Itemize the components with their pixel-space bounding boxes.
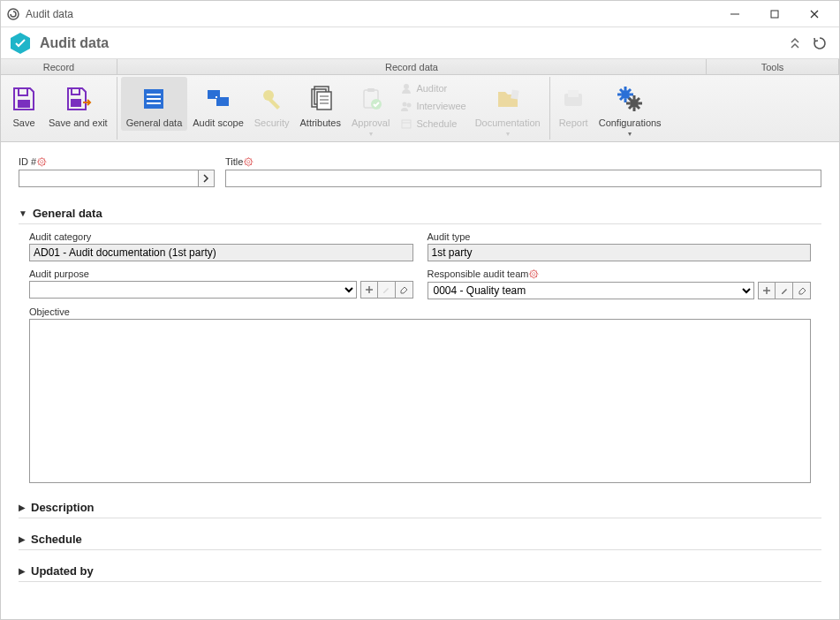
svg-rect-8: [72, 88, 79, 95]
attributes-label: Attributes: [300, 117, 341, 129]
svg-rect-9: [71, 99, 81, 107]
section-general-data: ▼ General data Audit category Audit type: [19, 203, 821, 487]
audit-purpose-select[interactable]: [29, 281, 357, 299]
section-title: Description: [31, 501, 95, 514]
ribbon: Save Save and exit General data Audit sc…: [1, 75, 839, 142]
svg-point-28: [403, 102, 407, 107]
minimize-button[interactable]: [715, 2, 754, 26]
approval-button: Approval ▾: [346, 77, 395, 140]
security-label: Security: [254, 117, 290, 129]
save-and-exit-button[interactable]: Save and exit: [43, 77, 113, 131]
objective-field: Objective: [29, 306, 811, 483]
title-field: Title۞: [225, 156, 821, 187]
svg-rect-25: [367, 88, 375, 92]
collapse-icon: ▶: [19, 534, 26, 544]
schedule-icon: [398, 117, 414, 130]
auditor-label: Auditor: [416, 83, 447, 94]
id-field: ID #۞: [19, 156, 215, 187]
configurations-button[interactable]: Configurations ▾: [594, 77, 667, 140]
documentation-button: Documentation ▾: [470, 77, 546, 140]
interviewee-label: Interviewee: [416, 101, 465, 111]
titlebar: Audit data: [1, 1, 839, 27]
collapse-icon: ▶: [19, 566, 26, 576]
id-input[interactable]: [19, 170, 199, 187]
save-label: Save: [12, 117, 34, 129]
svg-point-27: [404, 84, 409, 89]
general-data-icon: [140, 80, 168, 117]
ribbon-group-tools: Report Configurations ▾: [550, 77, 670, 140]
audit-purpose-label: Audit purpose: [29, 268, 413, 279]
audit-scope-button[interactable]: Audit scope: [187, 77, 248, 131]
audit-type-field: Audit type: [428, 231, 812, 261]
chevron-down-icon: ▾: [628, 130, 632, 138]
collapse-ribbon-button[interactable]: [783, 31, 807, 56]
configurations-label: Configurations: [599, 117, 662, 129]
add-purpose-button[interactable]: [360, 281, 378, 299]
audit-category-label: Audit category: [29, 231, 413, 242]
report-label: Report: [559, 117, 588, 129]
svg-rect-2: [771, 11, 778, 18]
section-description: ▶ Description: [19, 497, 821, 518]
audit-data-window: Audit data Audit data Record Record data…: [0, 0, 840, 620]
ribbon-tab-record: Record: [1, 59, 117, 74]
required-icon: ۞: [244, 156, 254, 167]
required-icon: ۞: [37, 156, 47, 167]
audit-type-label: Audit type: [428, 231, 812, 242]
clear-purpose-button[interactable]: [396, 281, 413, 299]
add-team-button[interactable]: [758, 282, 776, 299]
save-icon: [10, 80, 38, 117]
section-header-description[interactable]: ▶ Description: [19, 497, 821, 518]
plus-icon: [365, 285, 374, 294]
expand-icon: ▼: [19, 208, 27, 218]
general-data-button[interactable]: General data: [121, 77, 188, 131]
schedule-ribbon-label: Schedule: [416, 118, 457, 129]
title-input[interactable]: [225, 170, 821, 187]
responsible-team-select[interactable]: 0004 - Quality team: [428, 282, 755, 299]
edit-purpose-button[interactable]: [378, 281, 396, 299]
app-icon: [6, 7, 20, 21]
attributes-button[interactable]: Attributes: [295, 77, 346, 131]
section-header-updated-by[interactable]: ▶ Updated by: [19, 561, 821, 582]
audit-category-input: [29, 244, 413, 261]
ribbon-tabs: Record Record data Tools: [1, 59, 839, 75]
section-header-schedule[interactable]: ▶ Schedule: [19, 529, 821, 550]
objective-label: Objective: [29, 306, 811, 317]
audit-purpose-field: Audit purpose: [29, 268, 413, 299]
page-header: Audit data: [1, 27, 839, 59]
title-label: Title۞: [225, 156, 821, 168]
svg-point-29: [407, 103, 412, 108]
section-title: General data: [33, 207, 102, 220]
edit-team-button[interactable]: [776, 282, 793, 299]
ribbon-tab-record-data: Record data: [117, 59, 707, 74]
save-exit-label: Save and exit: [49, 117, 108, 129]
save-button[interactable]: Save: [4, 77, 43, 131]
top-row: ID #۞ Title۞: [19, 156, 821, 187]
audit-type-input: [428, 244, 812, 261]
close-button[interactable]: [794, 2, 834, 26]
interviewee-button: Interviewee: [398, 97, 465, 115]
chevron-down-icon: ▾: [506, 130, 510, 138]
save-exit-icon: [64, 80, 92, 117]
svg-rect-30: [402, 120, 411, 128]
id-lookup-button[interactable]: [199, 170, 215, 187]
security-button: Security: [249, 77, 295, 131]
page-title: Audit data: [40, 35, 783, 51]
maximize-button[interactable]: [754, 2, 794, 26]
responsible-team-field: Responsible audit team۞ 0004 - Quality t…: [428, 268, 812, 299]
svg-point-17: [263, 90, 274, 101]
id-label: ID #۞: [19, 156, 215, 168]
objective-textarea[interactable]: [29, 319, 811, 483]
section-title: Updated by: [31, 564, 94, 578]
schedule-button: Schedule: [398, 115, 465, 132]
svg-rect-16: [216, 96, 217, 98]
clear-team-button[interactable]: [793, 282, 811, 299]
section-header-general-data[interactable]: ▼ General data: [19, 203, 821, 224]
eraser-icon: [399, 285, 408, 294]
attributes-icon: [306, 80, 335, 117]
audit-scope-icon: [204, 80, 232, 117]
documentation-icon: [494, 80, 522, 117]
required-icon: ۞: [529, 268, 539, 279]
refresh-button[interactable]: [807, 31, 832, 56]
approval-label: Approval: [352, 117, 390, 129]
svg-rect-20: [317, 92, 331, 110]
